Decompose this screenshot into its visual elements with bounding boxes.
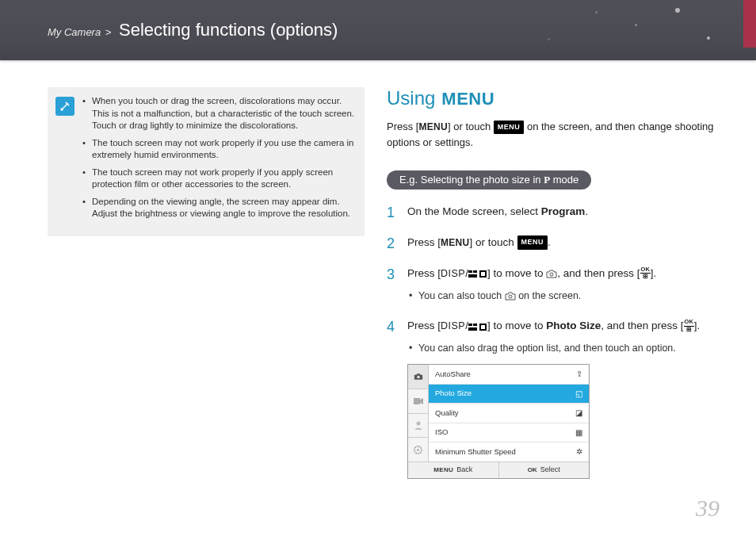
step4-mid2: , and then press [ xyxy=(601,320,683,331)
breadcrumb: My Camera > Selecting functions (options… xyxy=(0,20,338,40)
menu-glyph: MENU xyxy=(441,89,494,109)
note-box: When you touch or drag the screen, disco… xyxy=(48,87,365,236)
share-icon: ⇪ xyxy=(576,368,582,381)
ok-bot: ⊞ xyxy=(643,274,648,280)
camera-menu-panel: AutoShare⇪ Photo Size◱ Quality◪ ISO▦ Min… xyxy=(407,364,590,478)
row-label: Minimum Shutter Speed xyxy=(435,446,516,458)
footer-select[interactable]: OKSelect xyxy=(499,462,590,478)
mode-icons xyxy=(468,269,487,278)
step3-mid: ] to move to xyxy=(487,267,546,279)
sparkle-decor xyxy=(548,38,550,40)
step-3: Press [DISP/] to move to , and then pres… xyxy=(387,266,729,304)
note-item: The touch screen may not work properly i… xyxy=(82,167,355,191)
note-item: Depending on the viewing angle, the scre… xyxy=(82,196,355,220)
intro-text: Press [MENU] or touch MENU on the screen… xyxy=(387,119,729,150)
using-label: Using xyxy=(387,87,435,109)
svg-rect-2 xyxy=(468,274,477,278)
page-title: Selecting functions (options) xyxy=(119,20,338,40)
step4-bold: Photo Size xyxy=(546,320,601,331)
ok-button-glyph: OK⊞ xyxy=(640,266,651,280)
step1-bold: Program xyxy=(541,205,586,217)
svg-point-12 xyxy=(417,376,419,378)
step-4: Press [DISP/] to move to Photo Size, and… xyxy=(387,318,729,479)
intro-prefix: Press [ xyxy=(387,121,418,132)
sparkle-decor xyxy=(675,8,680,13)
row-label: Photo Size xyxy=(435,388,472,400)
step4-sub: You can also drag the option list, and t… xyxy=(407,341,729,356)
menu-button-icon: MENU xyxy=(517,235,548,250)
footer-back[interactable]: MENUBack xyxy=(408,462,499,478)
breadcrumb-root: My Camera xyxy=(48,26,101,38)
step3-pre: Press [ xyxy=(407,267,441,279)
svg-rect-7 xyxy=(468,324,472,326)
note-list: When you touch or drag the screen, disco… xyxy=(82,95,355,225)
svg-rect-11 xyxy=(481,325,485,329)
row-label: AutoShare xyxy=(435,369,471,381)
menu-rows: AutoShare⇪ Photo Size◱ Quality◪ ISO▦ Min… xyxy=(429,365,589,461)
camera-icon xyxy=(546,270,557,278)
svg-point-16 xyxy=(417,449,419,451)
aspect-icon: ◱ xyxy=(575,388,582,400)
tab-user[interactable] xyxy=(408,414,428,438)
step3-post: ]. xyxy=(651,267,657,279)
svg-point-6 xyxy=(509,295,512,298)
pill-prefix: E.g. Selecting the photo size in xyxy=(399,174,544,186)
note-item: When you touch or drag the screen, disco… xyxy=(82,95,355,132)
step3-mid2: , and then press [ xyxy=(557,267,640,279)
example-pill: E.g. Selecting the photo size in P mode xyxy=(387,170,591,190)
step3-sub: You can also touch on the screen. xyxy=(407,289,729,304)
svg-point-5 xyxy=(550,273,553,276)
row-min-shutter[interactable]: Minimum Shutter Speed✲ xyxy=(429,442,589,461)
step2-pre: Press [ xyxy=(407,236,441,248)
tab-camera[interactable] xyxy=(408,365,428,389)
intro-mid: ] or touch xyxy=(448,121,494,132)
sparkle-decor xyxy=(707,36,710,40)
footer-select-key: OK xyxy=(528,465,537,475)
step2-post: . xyxy=(548,236,551,248)
sparkle-decor xyxy=(635,24,637,26)
quality-icon: ◪ xyxy=(575,407,582,419)
footer-back-label: Back xyxy=(456,465,472,476)
svg-rect-4 xyxy=(481,272,485,276)
ok-bot: ⊞ xyxy=(686,327,692,333)
step1-post: . xyxy=(585,205,588,217)
svg-rect-8 xyxy=(473,324,477,326)
menu-tabs xyxy=(408,365,429,461)
footer-back-key: MENU xyxy=(433,465,453,475)
footer-select-label: Select xyxy=(540,465,560,476)
menu-footer: MENUBack OKSelect xyxy=(408,461,589,478)
step4-pre: Press [ xyxy=(407,320,441,331)
svg-rect-9 xyxy=(468,327,477,331)
breadcrumb-sep: > xyxy=(105,26,112,38)
svg-rect-1 xyxy=(473,270,477,273)
camera-icon xyxy=(505,292,516,301)
row-photo-size[interactable]: Photo Size◱ xyxy=(429,385,589,404)
row-quality[interactable]: Quality◪ xyxy=(429,404,589,423)
row-label: Quality xyxy=(435,408,459,419)
step4-post: ]. xyxy=(694,320,701,331)
tab-settings[interactable] xyxy=(408,438,428,461)
step-1: On the Mode screen, select Program. xyxy=(387,204,729,220)
sparkle-decor xyxy=(595,11,598,13)
menu-word-inline: MENU xyxy=(418,121,448,132)
step4-mid: ] to move to xyxy=(487,320,546,331)
steps-list: On the Mode screen, select Program. Pres… xyxy=(387,204,729,479)
step-2: Press [MENU] or touch MENU. xyxy=(387,235,729,251)
menu-button-icon: MENU xyxy=(494,121,525,135)
step3-sub-pre: You can also touch xyxy=(418,290,505,301)
iso-icon: ▦ xyxy=(575,427,582,439)
step1-pre: On the Mode screen, select xyxy=(407,205,541,217)
row-label: ISO xyxy=(435,427,448,438)
disp-word: DISP xyxy=(441,268,465,279)
edge-tab xyxy=(743,0,756,48)
step2-mid: ] or touch xyxy=(470,236,517,248)
menu-word-inline: MENU xyxy=(441,237,470,248)
pill-suffix: mode xyxy=(550,174,578,186)
page-header: My Camera > Selecting functions (options… xyxy=(0,0,756,60)
shutter-icon: ✲ xyxy=(576,446,582,458)
tab-video[interactable] xyxy=(408,389,428,414)
row-iso[interactable]: ISO▦ xyxy=(429,423,589,443)
row-autoshare[interactable]: AutoShare⇪ xyxy=(429,365,589,385)
disp-word: DISP xyxy=(441,320,465,331)
pill-mode: P xyxy=(544,174,550,186)
